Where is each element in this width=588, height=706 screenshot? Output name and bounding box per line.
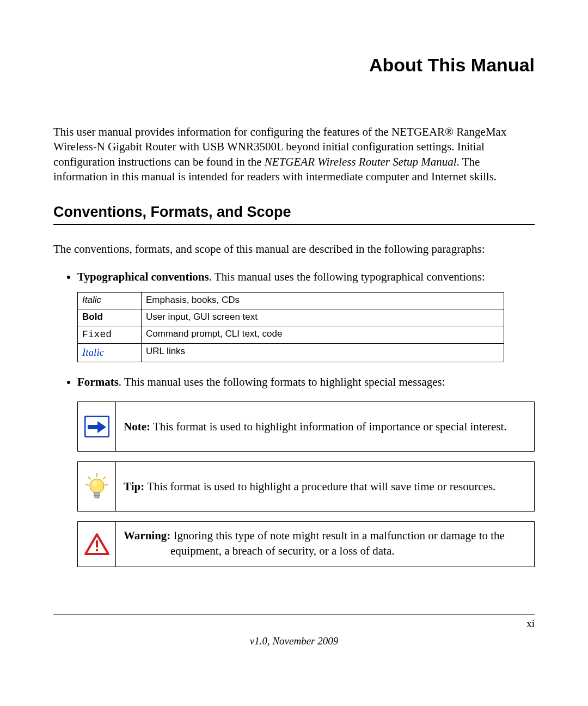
conv-desc: User input, GUI screen text (142, 309, 504, 326)
table-row: Fixed Command prompt, CLI text, code (78, 326, 504, 343)
page-title: About This Manual (53, 54, 535, 76)
conv-desc: Emphasis, books, CDs (142, 292, 504, 309)
conv-label: Fixed (82, 329, 112, 340)
tip-body: Tip: This format is used to highlight a … (116, 462, 534, 511)
note-icon-cell (78, 402, 116, 451)
tip-lead: Tip: (124, 480, 144, 493)
note-body: Note: This format is used to highlight i… (116, 402, 534, 451)
footer-rule (53, 614, 535, 614)
bullet-formats-rest: . This manual uses the following formats… (119, 375, 445, 388)
warning-icon-cell (78, 522, 116, 567)
svg-rect-13 (96, 540, 98, 547)
conv-desc: Command prompt, CLI text, code (142, 326, 504, 343)
warning-triangle-icon (84, 533, 109, 556)
conv-desc: URL links (142, 344, 504, 362)
warning-lead: Warning: (124, 529, 170, 542)
svg-line-4 (88, 477, 91, 479)
bullet-formats: Formats. This manual uses the following … (77, 374, 535, 567)
warning-text-2: equipment, a breach of security, or a lo… (124, 544, 526, 558)
warning-body: Warning: Ignoring this type of note migh… (116, 522, 534, 567)
arrow-right-icon (84, 416, 109, 437)
lightbulb-icon (83, 472, 111, 501)
svg-rect-14 (96, 549, 98, 551)
svg-point-9 (93, 480, 97, 487)
conv-label: Bold (82, 312, 103, 322)
footer-page-number: xi (526, 618, 535, 630)
intro-paragraph: This user manual provides information fo… (53, 125, 535, 184)
note-callout: Note: This format is used to highlight i… (77, 401, 535, 452)
note-text: This format is used to highlight informa… (150, 420, 507, 433)
footer-version: v1.0, November 2009 (0, 635, 588, 647)
section-heading: Conventions, Formats, and Scope (53, 204, 535, 221)
warning-text-1: Ignoring this type of note might result … (170, 529, 505, 542)
bullet-formats-lead: Formats (77, 375, 119, 388)
tip-callout: Tip: This format is used to highlight a … (77, 461, 535, 512)
table-row: Italic Emphasis, books, CDs (78, 292, 504, 309)
bullet-typo-rest: . This manual uses the following typogra… (209, 270, 485, 283)
svg-rect-10 (94, 492, 100, 496)
svg-line-5 (103, 477, 106, 479)
svg-rect-11 (95, 496, 99, 498)
conv-label: Italic (82, 346, 104, 358)
intro-text-italic: NETGEAR Wireless Router Setup Manual (265, 155, 457, 168)
tip-icon-cell (78, 462, 116, 511)
warning-callout: Warning: Ignoring this type of note migh… (77, 521, 535, 567)
section-intro: The conventions, formats, and scope of t… (53, 241, 535, 257)
bullet-typo-lead: Typographical conventions (77, 270, 209, 283)
bullet-typographical: Typographical conventions. This manual u… (77, 269, 535, 362)
tip-text: This format is used to highlight a proce… (144, 480, 495, 493)
table-row: Italic URL links (78, 344, 504, 362)
conv-label: Italic (82, 295, 101, 305)
bullet-list: Typographical conventions. This manual u… (53, 269, 535, 568)
note-lead: Note: (124, 420, 150, 433)
svg-rect-1 (88, 425, 97, 429)
section-rule (53, 224, 535, 225)
table-row: Bold User input, GUI screen text (78, 309, 504, 326)
manual-page: About This Manual This user manual provi… (0, 0, 588, 706)
svg-point-8 (90, 479, 104, 493)
conventions-table: Italic Emphasis, books, CDs Bold User in… (77, 292, 504, 362)
